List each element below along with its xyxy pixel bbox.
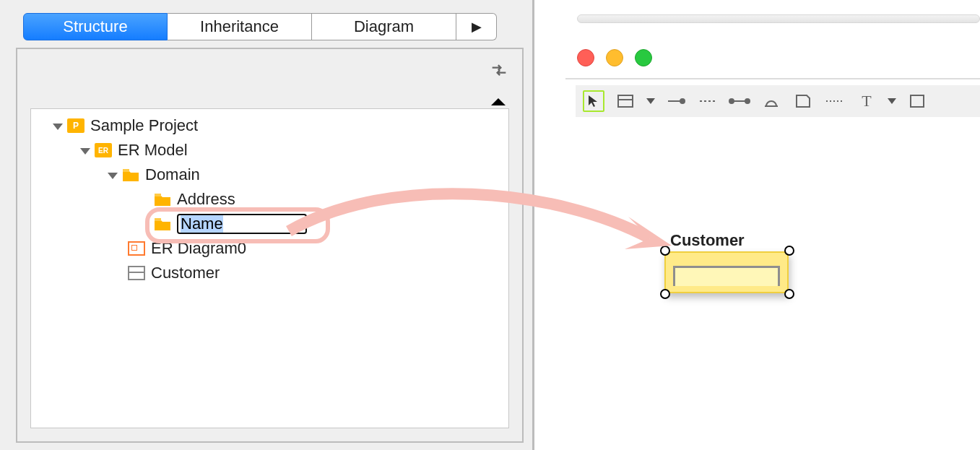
diagram-panel: T <box>537 0 980 450</box>
chevron-down-icon <box>53 124 63 130</box>
er-diagram-icon <box>128 241 145 256</box>
tree-label: Sample Project <box>90 116 198 135</box>
resize-handle-tr[interactable] <box>784 246 794 256</box>
chevron-down-icon <box>108 173 118 179</box>
close-window-button[interactable] <box>577 49 594 66</box>
rect-tool-button[interactable] <box>906 90 928 112</box>
svg-point-6 <box>680 99 685 103</box>
dashed-line-tool-button[interactable] <box>697 90 719 112</box>
project-icon: P <box>67 118 84 133</box>
dropdown-caret-icon[interactable] <box>646 98 655 104</box>
structure-panel: Structure Inheritance Diagram ▶ P Sample… <box>0 0 534 450</box>
structure-inner-frame: P Sample Project ER ER Model Domain Add <box>16 48 524 443</box>
tree-label: Address <box>177 190 235 209</box>
svg-rect-13 <box>911 95 924 107</box>
er-model-icon: ER <box>95 143 112 157</box>
diagram-toolbar: T <box>576 85 980 117</box>
resize-handle-br[interactable] <box>784 289 794 299</box>
horizontal-scrollbar[interactable] <box>577 14 980 23</box>
tab-diagram[interactable]: Diagram <box>312 13 456 40</box>
tree-node-er-diagram[interactable]: ER Diagram0 <box>31 236 508 261</box>
window-controls <box>577 49 652 66</box>
minimize-window-button[interactable] <box>606 49 623 66</box>
text-tool-button[interactable]: T <box>856 90 877 112</box>
folder-icon <box>122 168 139 182</box>
connector-tool-button[interactable] <box>729 90 750 112</box>
tree-label: ER Model <box>118 141 188 160</box>
select-tool-button[interactable] <box>583 90 604 112</box>
sync-icon[interactable] <box>489 59 509 79</box>
toolbar-separator <box>565 78 980 79</box>
tab-structure[interactable]: Structure <box>23 13 168 40</box>
entity-tool-button[interactable] <box>615 90 636 112</box>
folder-icon <box>154 192 171 207</box>
project-tree[interactable]: P Sample Project ER ER Model Domain Add <box>30 108 509 428</box>
note-tool-button[interactable] <box>792 90 814 112</box>
tree-label: Domain <box>145 165 200 184</box>
tree-label: ER Diagram0 <box>151 239 246 258</box>
svg-rect-0 <box>123 169 129 172</box>
tree-node-address[interactable]: Address <box>31 187 508 212</box>
entity-icon <box>128 266 145 280</box>
tree-node-er-model[interactable]: ER ER Model <box>31 138 508 163</box>
tree-node-project[interactable]: P Sample Project <box>31 113 508 138</box>
tree-node-customer[interactable]: Customer <box>31 261 508 285</box>
line-tool-button[interactable] <box>665 90 687 112</box>
subtype-tool-button[interactable] <box>760 90 782 112</box>
tab-strip: Structure Inheritance Diagram ▶ <box>23 13 497 40</box>
entity-title: Customer <box>670 231 745 250</box>
folder-icon <box>154 217 171 231</box>
tab-inheritance[interactable]: Inheritance <box>168 13 312 40</box>
dotted-tool-button[interactable] <box>824 90 846 112</box>
tree-label: Customer <box>151 264 220 282</box>
rename-input[interactable] <box>177 214 307 234</box>
resize-handle-tl[interactable] <box>660 246 670 256</box>
chevron-down-icon <box>80 148 90 155</box>
tree-node-domain[interactable]: Domain <box>31 163 508 187</box>
zoom-window-button[interactable] <box>635 49 652 66</box>
resize-handle-bl[interactable] <box>660 289 670 299</box>
dropdown-caret-icon[interactable] <box>888 98 896 104</box>
collapse-up-icon[interactable] <box>491 98 506 105</box>
tree-node-name-editing[interactable] <box>31 212 508 236</box>
svg-point-8 <box>729 99 734 103</box>
svg-rect-2 <box>155 218 161 221</box>
svg-point-10 <box>745 99 750 103</box>
customer-entity[interactable] <box>664 251 789 293</box>
tab-more-button[interactable]: ▶ <box>456 13 497 40</box>
svg-rect-3 <box>618 95 633 107</box>
svg-rect-1 <box>155 194 161 196</box>
